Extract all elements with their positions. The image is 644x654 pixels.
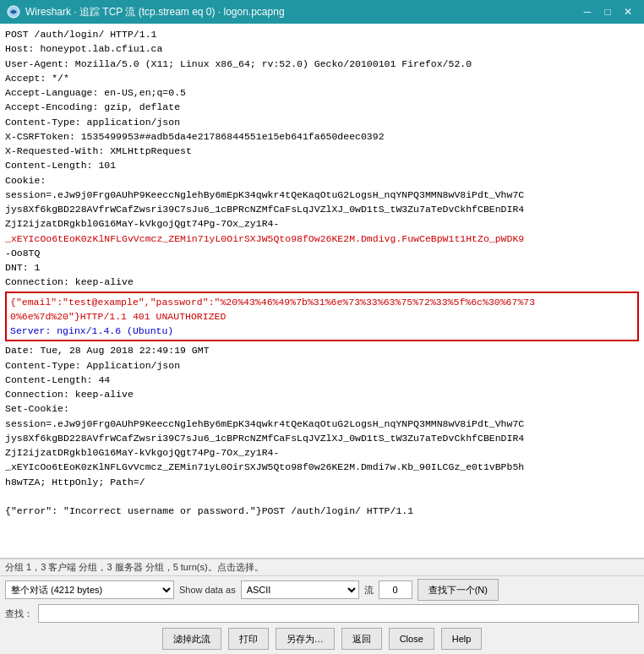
line-accept-enc: Accept-Encoding: gzip, deflate bbox=[5, 101, 180, 112]
highlighted-request-block: {"email":"test@example","password":"%20%… bbox=[5, 292, 639, 342]
search-input[interactable] bbox=[38, 604, 639, 623]
back-button[interactable]: 返回 bbox=[341, 628, 382, 650]
flow-input[interactable] bbox=[379, 580, 412, 599]
line-json-creds2: 0%6e%7d%20"}HTTP/1.1 401 UNAUTHORIZED bbox=[10, 311, 226, 322]
main-content: POST /auth/login/ HTTP/1.1 Host: honeypo… bbox=[0, 24, 644, 654]
maximize-button[interactable]: □ bbox=[598, 3, 617, 20]
status-text: 分组 1，3 客户端 分组，3 服务器 分组，5 turn(s)。点击选择。 bbox=[5, 561, 264, 574]
packet-lines: POST /auth/login/ HTTP/1.1 Host: honeypo… bbox=[5, 27, 639, 290]
search-row: 查找： bbox=[5, 604, 639, 623]
line-session5: -Oo8TQ bbox=[5, 248, 40, 259]
line-resp-content-type: Content-Type: Application/json bbox=[5, 360, 180, 371]
line-resp-session1: session=.eJw9j0Frg0AUhP9KeeccNglehBy6mEp… bbox=[5, 418, 524, 429]
minimize-button[interactable]: ─ bbox=[578, 3, 597, 20]
stream-control-row: 整个对话 (4212 bytes) Show data as ASCII 流 查… bbox=[5, 579, 639, 601]
window-controls: ─ □ ✕ bbox=[578, 3, 637, 20]
line-connection: Connection: keep-alive bbox=[5, 276, 134, 287]
line-accept: Accept: */* bbox=[5, 73, 69, 84]
app-icon bbox=[7, 5, 20, 19]
line-csrf: X-CSRFToken: 1535499953##adb5da4e2178684… bbox=[5, 131, 385, 142]
help-button[interactable]: Help bbox=[441, 628, 483, 650]
search-label: 查找： bbox=[5, 608, 33, 620]
line-resp-session3: ZjI2ijzatDRgkbl0G16MaY-kVkgojQgt74Pg-7Ox… bbox=[5, 447, 279, 458]
line-session3: ZjI2ijzatDRgkbl0G16MaY-kVkgojQgt74Pg-7Ox… bbox=[5, 218, 279, 229]
close-button[interactable]: Close bbox=[389, 628, 434, 650]
line-server: Server: nginx/1.4.6 (Ubuntu) bbox=[10, 325, 173, 336]
title-bar-left: Wireshark · 追踪 TCP 流 (tcp.stream eq 0) ·… bbox=[7, 5, 285, 19]
line-session2: jys8Xf6kgBD228AVfrWCafZwsri39C7sJu6_1cBP… bbox=[5, 204, 524, 215]
line-xrw: X-Requested-With: XMLHttpRequest bbox=[5, 145, 192, 156]
line-session1: session=.eJw9j0Frg0AUhP9KeeccNglehBy6mEp… bbox=[5, 189, 524, 200]
status-bar: 分组 1，3 客户端 分组，3 服务器 分组，5 turn(s)。点击选择。 bbox=[0, 559, 644, 575]
filter-button[interactable]: 滤掉此流 bbox=[162, 628, 221, 650]
line-error-resp: {"error": "Incorrect username or passwor… bbox=[5, 505, 413, 516]
save-as-button[interactable]: 另存为… bbox=[276, 628, 335, 650]
line-resp-session5: h8wTZA; HttpOnly; Path=/ bbox=[5, 477, 145, 488]
find-next-button[interactable]: 查找下一个(N) bbox=[418, 579, 499, 601]
line-post: POST /auth/login/ HTTP/1.1 bbox=[5, 29, 156, 40]
title-bar: Wireshark · 追踪 TCP 流 (tcp.stream eq 0) ·… bbox=[0, 0, 644, 24]
line-accept-lang: Accept-Language: en-US,en;q=0.5 bbox=[5, 87, 186, 98]
line-set-cookie: Set-Cookie: bbox=[5, 403, 69, 414]
bottom-controls: 整个对话 (4212 bytes) Show data as ASCII 流 查… bbox=[0, 575, 644, 654]
packet-display[interactable]: POST /auth/login/ HTTP/1.1 Host: honeypo… bbox=[0, 24, 644, 559]
line-json-creds1: {"email":"test@example","password":"%20%… bbox=[10, 297, 535, 308]
print-button[interactable]: 打印 bbox=[228, 628, 269, 650]
line-session4-red: _xEYIcOo6tEoK0zKlNFLGvVcmcz_ZEMin71yL0Oi… bbox=[5, 233, 524, 244]
line-dnt: DNT: 1 bbox=[5, 262, 40, 273]
response-lines: Date: Tue, 28 Aug 2018 22:49:19 GMT Cont… bbox=[5, 343, 639, 518]
flow-label: 流 bbox=[364, 584, 374, 597]
line-resp-content-length: Content-Length: 44 bbox=[5, 374, 110, 385]
line-cookie: Cookie: bbox=[5, 175, 46, 186]
button-row: 滤掉此流 打印 另存为… 返回 Close Help bbox=[5, 626, 639, 651]
line-resp-session4: _xEYIcOo6tEoK0zKlNFLGvVcmcz_ZEMin71yL0Oi… bbox=[5, 461, 524, 472]
show-data-label: Show data as bbox=[179, 585, 236, 595]
stream-select[interactable]: 整个对话 (4212 bytes) bbox=[5, 580, 174, 599]
close-button[interactable]: ✕ bbox=[619, 3, 637, 20]
line-useragent: User-Agent: Mozilla/5.0 (X11; Linux x86_… bbox=[5, 58, 472, 69]
line-host: Host: honeypot.lab.cfiu1.ca bbox=[5, 43, 162, 54]
line-content-length: Content-Length: 101 bbox=[5, 160, 116, 171]
line-content-type: Content-Type: application/json bbox=[5, 117, 180, 128]
line-resp-session2: jys8Xf6kgBD228AVfrWCafZwsri39C7sJu6_1cBP… bbox=[5, 433, 524, 444]
line-resp-connection: Connection: keep-alive bbox=[5, 389, 134, 400]
window-title: Wireshark · 追踪 TCP 流 (tcp.stream eq 0) ·… bbox=[25, 5, 285, 19]
format-select[interactable]: ASCII bbox=[241, 580, 359, 599]
line-date: Date: Tue, 28 Aug 2018 22:49:19 GMT bbox=[5, 345, 210, 356]
